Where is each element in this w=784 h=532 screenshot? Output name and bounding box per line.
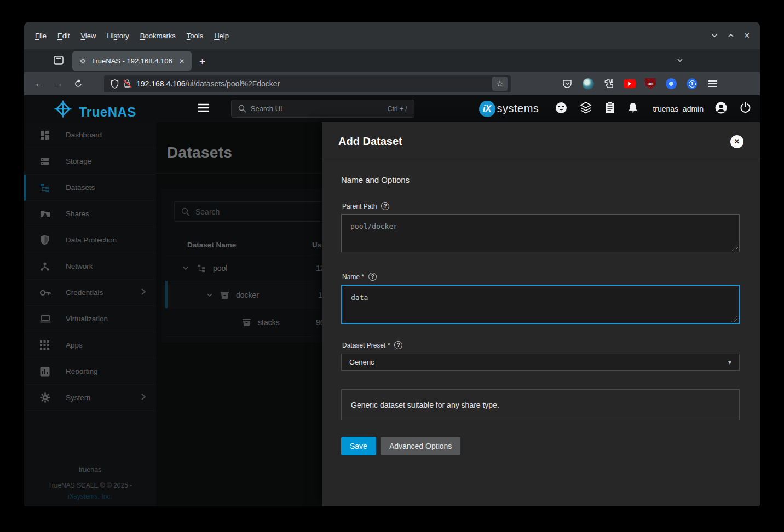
help-icon[interactable]: ? xyxy=(394,341,402,349)
brand-text: TrueNAS xyxy=(79,106,136,119)
resize-handle[interactable] xyxy=(731,316,737,322)
reload-icon[interactable] xyxy=(70,76,87,92)
extension-icons: UO 1 xyxy=(561,78,719,90)
sidebar-item-datasets[interactable]: Datasets xyxy=(24,175,156,201)
save-button[interactable]: Save xyxy=(341,437,376,455)
resize-handle xyxy=(732,245,738,251)
extension-blue-circle-icon[interactable] xyxy=(665,78,677,90)
list-all-tabs-icon[interactable] xyxy=(676,56,684,67)
advanced-options-button[interactable]: Advanced Options xyxy=(381,437,460,455)
browser-toolbar: ← → 192.168.4.106/ui/datasets/pool%2Fdoc… xyxy=(24,72,760,95)
jobs-clipboard-icon[interactable] xyxy=(604,101,615,117)
sidebar-item-storage[interactable]: Storage xyxy=(24,148,156,175)
browser-window: File Edit View History Bookmarks Tools H… xyxy=(24,22,760,506)
help-icon[interactable]: ? xyxy=(368,273,377,281)
dataset-name: stacks xyxy=(258,318,280,327)
sidebar-item-network[interactable]: Network xyxy=(24,253,156,280)
search-placeholder: Search UI xyxy=(251,105,388,113)
sidebar-item-data-protection[interactable]: Data Protection xyxy=(24,227,156,253)
search-placeholder: Search xyxy=(195,207,220,216)
dataset-name: docker xyxy=(236,291,259,299)
insecure-lock-icon[interactable] xyxy=(123,79,132,89)
shield-permissions-icon[interactable] xyxy=(111,79,119,89)
firefox-view-icon[interactable] xyxy=(53,54,65,68)
url-bar[interactable]: 192.168.4.106/ui/datasets/pool%2Fdocker … xyxy=(104,75,511,92)
power-icon[interactable] xyxy=(740,102,751,115)
menu-hamburger-icon[interactable] xyxy=(707,78,719,90)
shield-icon xyxy=(40,235,51,245)
laptop-icon xyxy=(40,315,51,323)
dataset-preset-select[interactable]: Generic ▾ xyxy=(341,354,740,371)
sidebar-item-apps[interactable]: Apps xyxy=(24,332,156,358)
sidebar-item-virtualization[interactable]: Virtualization xyxy=(24,306,156,332)
network-icon xyxy=(40,262,51,271)
bookmark-star-icon[interactable]: ☆ xyxy=(492,77,508,91)
chevron-down-icon[interactable] xyxy=(182,264,189,272)
apps-grid-icon xyxy=(40,340,51,350)
sidebar-item-shares[interactable]: Shares xyxy=(24,201,156,227)
sidebar-item-system[interactable]: System xyxy=(24,385,156,411)
window-minimize-icon[interactable] xyxy=(711,32,718,39)
sidebar-item-credentials[interactable]: Credentials xyxy=(24,280,156,306)
pool-tree-icon xyxy=(197,264,206,273)
menu-bookmarks[interactable]: Bookmarks xyxy=(135,28,181,43)
search-ui-input[interactable]: Search UI Ctrl + / xyxy=(231,100,414,118)
column-header-dataset-name[interactable]: Dataset Name xyxy=(187,241,236,249)
chevron-down-icon[interactable] xyxy=(206,291,214,299)
menu-view[interactable]: View xyxy=(75,28,101,43)
feedback-smiley-icon[interactable] xyxy=(555,102,567,116)
parent-path-textarea: pool/docker xyxy=(341,214,740,252)
name-label-row: Name * ? xyxy=(342,273,377,281)
tab-strip: TrueNAS - 192.168.4.106 ✕ + xyxy=(24,49,760,72)
menu-history[interactable]: History xyxy=(101,28,134,43)
window-close-icon[interactable]: ✕ xyxy=(743,31,750,40)
sidebar-item-reporting[interactable]: Reporting xyxy=(24,358,156,385)
extension-globe-icon[interactable] xyxy=(582,78,594,90)
key-icon xyxy=(40,290,51,296)
datasets-icon xyxy=(40,183,51,193)
menu-tools[interactable]: Tools xyxy=(181,28,209,43)
extensions-puzzle-icon[interactable] xyxy=(603,78,615,90)
dataset-icon xyxy=(220,291,229,299)
back-icon[interactable]: ← xyxy=(31,76,47,92)
pocket-icon[interactable] xyxy=(561,78,573,90)
dialog-header: Add Dataset ✕ xyxy=(322,122,760,161)
sidenav-toggle-icon[interactable] xyxy=(198,103,209,114)
youtube-extension-icon[interactable] xyxy=(624,78,636,90)
hostname-label: truenas xyxy=(24,466,156,473)
name-textarea[interactable]: data xyxy=(341,285,740,324)
chevron-right-icon xyxy=(141,393,146,402)
preset-label-row: Dataset Preset * ? xyxy=(342,341,402,349)
company-link[interactable]: iXsystems, Inc. xyxy=(24,493,156,500)
account-avatar-icon[interactable] xyxy=(714,101,728,117)
url-text: 192.168.4.106/ui/datasets/pool%2Fdocker xyxy=(136,79,492,88)
tab-close-icon[interactable]: ✕ xyxy=(176,56,187,66)
bar-chart-icon xyxy=(40,367,51,377)
help-icon[interactable]: ? xyxy=(381,202,389,210)
truenas-favicon xyxy=(79,57,87,65)
dataset-icon xyxy=(242,318,251,327)
desktop: File Edit View History Bookmarks Tools H… xyxy=(0,0,784,532)
new-tab-button[interactable]: + xyxy=(199,56,205,68)
ublock-origin-icon[interactable]: UO xyxy=(644,78,656,90)
browser-menu-bar: File Edit View History Bookmarks Tools H… xyxy=(24,22,760,49)
onepassword-icon[interactable]: 1 xyxy=(686,78,698,90)
window-maximize-icon[interactable] xyxy=(727,32,735,39)
forward-icon[interactable]: → xyxy=(50,76,67,92)
ixsystems-logo[interactable]: iX systems xyxy=(479,101,539,117)
menu-edit[interactable]: Edit xyxy=(52,28,75,43)
menu-file[interactable]: File xyxy=(30,28,52,43)
shares-folder-icon xyxy=(40,210,51,218)
parent-path-label-row: Parent Path ? xyxy=(342,202,389,210)
sidebar-item-dashboard[interactable]: Dashboard xyxy=(24,122,156,148)
sidebar-nav: Dashboard Storage Datasets Shares Data P… xyxy=(24,122,156,506)
menu-help[interactable]: Help xyxy=(209,28,234,43)
browser-tab[interactable]: TrueNAS - 192.168.4.106 ✕ xyxy=(72,51,192,71)
add-dataset-dialog: Add Dataset ✕ Name and Options Parent Pa… xyxy=(322,122,760,506)
truenas-logo[interactable]: TrueNAS SCALE xyxy=(51,99,126,119)
close-icon[interactable]: ✕ xyxy=(730,135,743,148)
copyright-label: TrueNAS SCALE ® © 2025 - xyxy=(24,482,156,489)
username-label[interactable]: truenas_admin xyxy=(653,105,704,113)
alerts-bell-icon[interactable] xyxy=(627,102,638,116)
truecommand-icon[interactable] xyxy=(579,101,592,117)
